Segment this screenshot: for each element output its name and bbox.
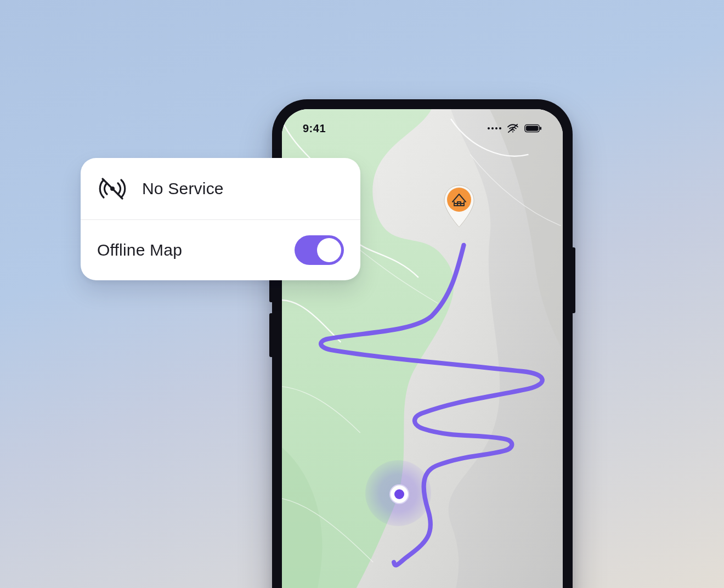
status-time: 9:41 [303, 122, 326, 135]
svg-rect-4 [526, 126, 539, 131]
connectivity-card: No Service Offline Map [81, 158, 360, 280]
status-right [488, 123, 542, 133]
destination-pin[interactable] [441, 183, 477, 228]
current-location-dot[interactable] [389, 484, 409, 504]
svg-point-1 [512, 131, 513, 132]
toggle-knob [317, 238, 341, 262]
no-signal-icon [97, 173, 128, 204]
svg-point-6 [447, 188, 471, 212]
svg-rect-5 [540, 127, 541, 130]
svg-line-10 [103, 179, 122, 199]
status-bar: 9:41 [282, 109, 563, 148]
no-service-row: No Service [81, 158, 360, 219]
offline-map-label: Offline Map [97, 241, 280, 259]
wifi-off-icon [507, 123, 519, 133]
power-button [572, 247, 575, 313]
offline-map-row: Offline Map [81, 219, 360, 280]
offline-map-toggle[interactable] [295, 235, 344, 265]
no-service-label: No Service [142, 179, 344, 198]
battery-icon [524, 124, 542, 133]
cellular-signal-icon [488, 127, 501, 129]
volume-down-button [269, 313, 273, 357]
